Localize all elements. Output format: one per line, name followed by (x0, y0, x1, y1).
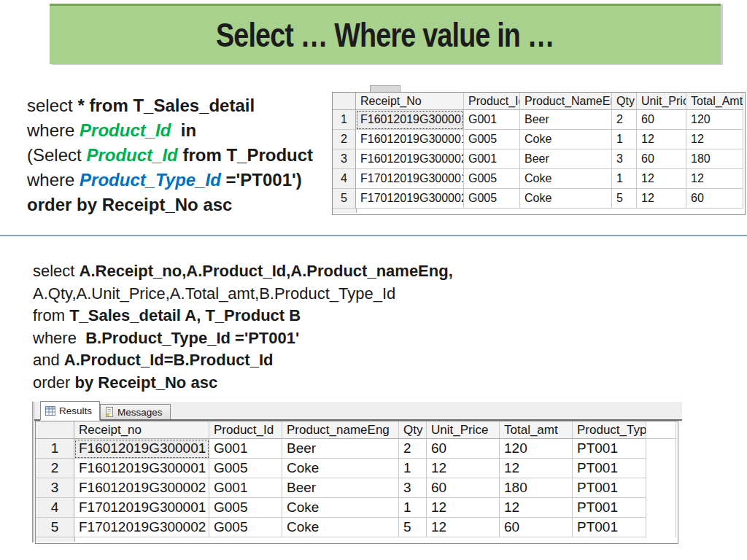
grid-cell[interactable]: G005 (209, 498, 282, 518)
grid-cell[interactable]: 180 (500, 478, 573, 498)
grid-cell[interactable]: 5 (399, 518, 427, 537)
sql-line: and A.Product_Id=B.Product_Id (33, 349, 453, 372)
table-row: 4 F17012019G300001 G005 Coke 1 12 12 (333, 169, 743, 189)
grid-cell[interactable]: G005 (464, 130, 520, 149)
tab-results[interactable]: Results (40, 401, 100, 421)
grid-cell[interactable]: Coke (520, 130, 612, 149)
grid-cell[interactable]: 12 (686, 169, 743, 189)
grid-cell[interactable]: F16012019G300001 (356, 130, 464, 149)
grid-cell[interactable]: Coke (520, 169, 612, 189)
cell-filler (646, 498, 676, 518)
grid-cell-selected[interactable]: F16012019G300001 (74, 439, 209, 459)
column-header[interactable]: Product_Type_Id (573, 421, 646, 439)
column-header[interactable]: Qty (612, 93, 637, 110)
grid-cell[interactable]: F17012019G300002 (356, 189, 464, 209)
grid-cell[interactable]: F16012019G300002 (356, 149, 464, 169)
column-header[interactable]: Receipt_no (74, 421, 209, 439)
grid-cell[interactable]: 2 (612, 110, 637, 130)
corner-header-cell[interactable] (36, 421, 74, 439)
grid-cell[interactable]: G001 (209, 478, 282, 498)
grid-cell[interactable]: Beer (520, 110, 612, 130)
row-number[interactable]: 1 (333, 110, 356, 130)
corner-header-cell[interactable] (333, 93, 356, 110)
grid-cell[interactable]: Coke (520, 189, 612, 209)
grid-cell[interactable]: G001 (464, 149, 520, 169)
grid-cell[interactable]: 2 (399, 439, 427, 459)
column-header[interactable]: Product_nameEng (282, 421, 399, 439)
column-header[interactable]: Unit_Price (427, 421, 500, 439)
grid-cell[interactable]: PT001 (573, 459, 646, 478)
grid-cell[interactable]: 12 (427, 518, 500, 537)
grid-cell[interactable]: Coke (282, 518, 399, 537)
grid-cell[interactable]: Beer (520, 149, 612, 169)
grid-cell[interactable]: 12 (637, 130, 686, 149)
grid-cell[interactable]: Coke (282, 459, 399, 478)
column-header[interactable]: Product_Id (464, 93, 520, 110)
grid-cell[interactable]: 12 (500, 498, 573, 518)
grid-cell[interactable]: PT001 (573, 478, 646, 498)
row-number[interactable]: 5 (333, 189, 356, 209)
grid-cell[interactable]: 120 (500, 439, 573, 459)
grid-cell[interactable]: 1 (399, 498, 427, 518)
grid-cell[interactable]: 1 (399, 459, 427, 478)
sql-line: select * from T_Sales_detail (27, 93, 313, 118)
grid-cell[interactable]: Beer (282, 439, 399, 459)
row-number[interactable]: 3 (333, 149, 356, 169)
column-header[interactable]: Total_Amt (686, 93, 743, 110)
grid-cell[interactable]: PT001 (573, 498, 646, 518)
cell-filler (646, 478, 676, 498)
grid-cell[interactable]: 60 (500, 518, 573, 537)
grid-cell[interactable]: 1 (612, 130, 637, 149)
grid-cell[interactable]: 12 (427, 459, 500, 478)
grid-cell[interactable]: G005 (209, 459, 282, 478)
column-header[interactable]: Product_Id (209, 421, 282, 439)
grid-cell[interactable]: 3 (612, 149, 637, 169)
grid-cell[interactable]: 12 (637, 169, 686, 189)
grid-cell[interactable]: G005 (464, 169, 520, 189)
grid-cell[interactable]: PT001 (573, 518, 646, 537)
sql-line: from T_Sales_detail A, T_Product B (33, 305, 453, 327)
grid-cell[interactable]: 12 (500, 459, 573, 478)
grid-cell[interactable]: 12 (637, 189, 686, 209)
cell-filler (646, 439, 676, 459)
tab-messages[interactable]: Messages (100, 404, 171, 419)
row-number[interactable]: 4 (333, 169, 356, 189)
row-number[interactable]: 3 (36, 478, 74, 498)
grid-cell[interactable]: 180 (686, 149, 743, 169)
grid-cell[interactable]: 60 (427, 478, 500, 498)
column-header[interactable]: Product_NameEng (520, 93, 612, 110)
column-header[interactable]: Receipt_No (356, 93, 464, 110)
grid-cell[interactable]: 12 (427, 498, 500, 518)
grid-cell[interactable]: F17012019G300001 (74, 498, 209, 518)
grid-cell[interactable]: F16012019G300001 (74, 459, 209, 478)
grid-cell[interactable]: F17012019G300002 (74, 518, 209, 537)
grid-cell[interactable]: 1 (612, 169, 637, 189)
grid-cell[interactable]: 60 (686, 189, 743, 209)
grid-cell[interactable]: 12 (686, 130, 743, 149)
grid-cell[interactable]: 60 (427, 439, 500, 459)
grid-cell[interactable]: 5 (612, 189, 637, 209)
grid-cell[interactable]: F16012019G300002 (74, 478, 209, 498)
grid-cell[interactable]: Coke (282, 498, 399, 518)
column-header[interactable]: Unit_Price (637, 93, 686, 110)
grid-cell-selected[interactable]: F16012019G300001 (356, 110, 464, 130)
sql-text: B.Product_Type_Id ='PT001' (85, 329, 299, 347)
row-number[interactable]: 4 (36, 498, 74, 518)
column-header[interactable]: Qty (399, 421, 427, 439)
row-number[interactable]: 2 (36, 459, 74, 478)
grid-cell[interactable]: 120 (686, 110, 743, 130)
column-header[interactable]: Total_amt (500, 421, 573, 439)
row-number[interactable]: 5 (36, 518, 74, 537)
grid-cell[interactable]: 3 (399, 478, 427, 498)
grid-cell[interactable]: G001 (464, 110, 520, 130)
grid-cell[interactable]: 60 (637, 149, 686, 169)
grid-cell[interactable]: 60 (637, 110, 686, 130)
grid-cell[interactable]: F17012019G300001 (356, 169, 464, 189)
grid-cell[interactable]: Beer (282, 478, 399, 498)
grid-cell[interactable]: G001 (209, 439, 282, 459)
grid-cell[interactable]: G005 (464, 189, 520, 209)
row-number[interactable]: 2 (333, 130, 356, 149)
grid-cell[interactable]: G005 (209, 518, 282, 537)
grid-cell[interactable]: PT001 (573, 439, 646, 459)
row-number[interactable]: 1 (36, 439, 74, 459)
